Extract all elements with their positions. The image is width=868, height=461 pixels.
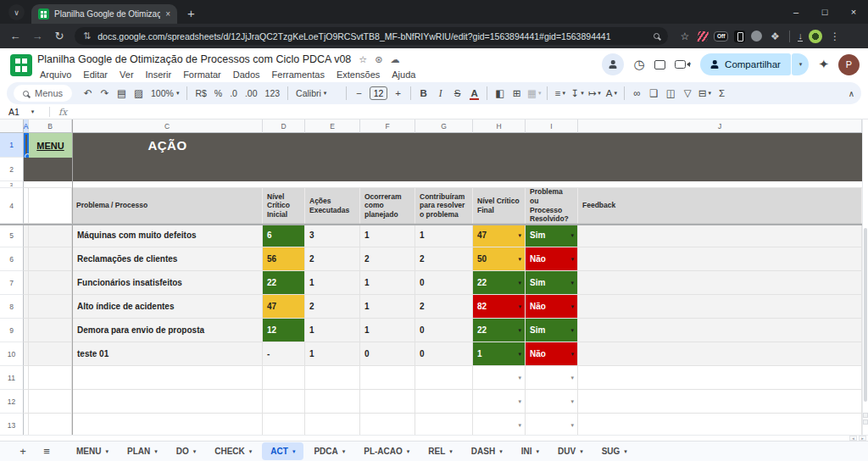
dropdown-arrow-icon[interactable]: ▾	[570, 327, 574, 334]
cell-problema[interactable]: Funcionários insatisfeitos	[72, 271, 263, 295]
scroll-up-button[interactable]	[863, 413, 868, 418]
cell[interactable]	[29, 390, 72, 414]
row-header-4[interactable]: 4	[0, 188, 24, 224]
comments-icon[interactable]	[654, 60, 665, 69]
borders-button[interactable]: ⊞	[509, 85, 525, 102]
scroll-down-button[interactable]	[863, 419, 868, 425]
row-header-11[interactable]: 11	[0, 366, 24, 390]
version-history-icon[interactable]: ◷	[633, 57, 644, 72]
cell-nivel-inicial[interactable]: 12	[263, 319, 305, 342]
text-rotation-button[interactable]: A▾	[604, 85, 620, 102]
cell-acoes-executadas[interactable]: 3	[305, 224, 360, 247]
text-wrap-button[interactable]: ↦▾	[587, 85, 603, 102]
address-bar[interactable]: ⇅ docs.google.com/spreadsheets/d/12JjJra…	[75, 27, 668, 45]
table-header-cell[interactable]: Ações Executadas	[305, 188, 360, 224]
cell-resolvido-dropdown[interactable]: Sim▾	[526, 319, 578, 342]
fill-color-button[interactable]: ◧	[492, 85, 508, 102]
cell-feedback[interactable]	[578, 295, 862, 319]
cell-feedback[interactable]	[578, 224, 862, 247]
insert-link-button[interactable]: ∞	[629, 85, 645, 102]
star-icon[interactable]: ☆	[359, 54, 367, 65]
cell-contribuiram[interactable]: 0	[415, 342, 473, 366]
column-header-J[interactable]: J	[578, 119, 862, 133]
cell-resolvido-dropdown[interactable]: Não▾	[526, 247, 578, 271]
phone-extension-icon[interactable]	[734, 31, 745, 42]
insert-comment-button[interactable]: ❑	[646, 85, 662, 102]
maximize-button[interactable]: □	[810, 0, 839, 24]
back-icon[interactable]: ←	[5, 26, 25, 47]
undo-icon[interactable]: ↶	[80, 85, 96, 102]
cell[interactable]	[415, 390, 473, 414]
lock-status-icon[interactable]: ⊛	[375, 54, 382, 65]
cell[interactable]	[360, 366, 415, 390]
vertical-scrollbar[interactable]	[862, 119, 868, 435]
dropdown-arrow-icon[interactable]: ▾	[570, 351, 574, 358]
paint-format-icon[interactable]: ▨	[131, 85, 147, 102]
text-color-button[interactable]: A	[466, 85, 482, 102]
dropdown-arrow-icon[interactable]: ▾	[518, 398, 521, 405]
cell-problema[interactable]: teste 01	[72, 342, 263, 366]
sheet-tab-do[interactable]: DO▾	[168, 442, 205, 460]
cell[interactable]	[578, 414, 862, 435]
sheet-tab-rel[interactable]: REL▾	[420, 442, 461, 460]
cell[interactable]	[29, 224, 72, 247]
row-header-6[interactable]: 6	[0, 247, 24, 271]
currency-format-button[interactable]: R$	[192, 85, 209, 102]
document-title[interactable]: Planilha Google de Otimização de Process…	[37, 53, 351, 65]
minimize-button[interactable]: –	[782, 0, 810, 24]
cell[interactable]	[305, 414, 360, 435]
sheet-tab-plan[interactable]: PLAN▾	[119, 442, 166, 460]
cell-nivel-final-dropdown[interactable]: 47▾	[473, 224, 526, 247]
cell-nivel-inicial[interactable]: 6	[263, 224, 305, 247]
dropdown-arrow-icon[interactable]: ▾	[518, 256, 521, 263]
cell-contribuiram[interactable]: 0	[415, 319, 473, 342]
column-header-F[interactable]: F	[360, 119, 415, 133]
sheet-tab-act[interactable]: ACT▾	[262, 442, 303, 460]
cell[interactable]	[29, 247, 72, 271]
percent-format-button[interactable]: %	[211, 85, 225, 102]
decrease-font-size-button[interactable]: −	[351, 85, 367, 102]
vertical-align-button[interactable]: ↧▾	[569, 85, 585, 102]
off-badge-icon[interactable]: Off	[714, 31, 728, 42]
select-all-corner[interactable]	[0, 119, 24, 133]
table-header-cell[interactable]: Problema ou Processo Resolvido?	[526, 188, 578, 224]
table-header-cell[interactable]: Contribuíram para resolver o problema	[415, 188, 473, 224]
user-avatar[interactable]: P	[838, 54, 860, 75]
cell-nivel-inicial[interactable]: 47	[263, 295, 305, 319]
row-header-3[interactable]: 3	[0, 181, 24, 188]
cell-resolvido-dropdown[interactable]: Não▾	[526, 342, 578, 366]
dropdown-arrow-icon[interactable]: ▾	[518, 422, 521, 429]
activity-icon[interactable]	[602, 53, 624, 75]
dropdown-arrow-icon[interactable]: ▾	[570, 280, 574, 286]
cell-dropdown[interactable]: ▾	[473, 390, 526, 414]
dropdown-arrow-icon[interactable]: ▾	[518, 327, 521, 334]
dropdown-arrow-icon[interactable]: ▾	[570, 232, 574, 239]
cell-problema[interactable]: Reclamações de clientes	[72, 247, 263, 271]
extension-red-icon[interactable]	[697, 31, 709, 42]
cell-nivel-final-dropdown[interactable]: 82▾	[473, 295, 526, 319]
menu-ajuda[interactable]: Ajuda	[386, 69, 421, 81]
increase-font-size-button[interactable]: +	[390, 85, 406, 102]
merge-cells-button[interactable]: ▦▾	[526, 85, 542, 102]
row-header-8[interactable]: 8	[0, 295, 24, 319]
font-size-input[interactable]: 12	[370, 86, 387, 100]
row-header-5[interactable]: 5	[0, 224, 24, 247]
filter-button[interactable]: ▽	[680, 85, 696, 102]
all-sheets-icon[interactable]: ≡	[36, 442, 58, 461]
cell[interactable]	[72, 390, 263, 414]
font-select[interactable]: Calibri▾	[292, 85, 342, 102]
dropdown-arrow-icon[interactable]: ▾	[518, 375, 521, 381]
kebab-menu-icon[interactable]: ⋮	[828, 31, 842, 42]
cell-nivel-inicial[interactable]: 56	[263, 247, 305, 271]
close-button[interactable]: ×	[839, 0, 868, 24]
row-header-10[interactable]: 10	[0, 342, 24, 366]
cell-nivel-final-dropdown[interactable]: 22▾	[473, 271, 526, 295]
dropdown-arrow-icon[interactable]: ▾	[518, 280, 521, 286]
acao-banner-cell[interactable]: AÇÃO	[72, 133, 263, 158]
dropdown-arrow-icon[interactable]: ▾	[570, 398, 574, 405]
selected-cell-A1[interactable]	[24, 133, 29, 158]
menu-ferramentas[interactable]: Ferramentas	[266, 69, 331, 81]
sheet-tab-pl-acao[interactable]: PL-ACAO▾	[355, 442, 418, 460]
cell-contribuiram[interactable]: 0	[415, 271, 473, 295]
banner-strip[interactable]	[263, 133, 862, 158]
